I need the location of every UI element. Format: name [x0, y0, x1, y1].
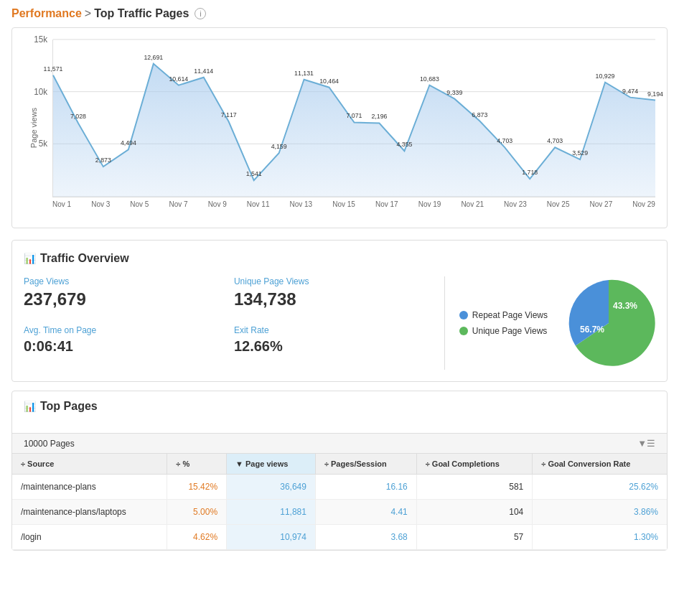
col-pct-label: ÷ % — [176, 459, 189, 468]
cell-session: 3.68 — [315, 525, 416, 550]
svg-text:15k: 15k — [34, 34, 47, 45]
chart-area: 15k 10k 5k 11,571 7,028 2,873 4,494 — [52, 39, 655, 197]
col-session-label: ÷ Pages/Session — [324, 459, 387, 468]
svg-text:2,873: 2,873 — [95, 157, 111, 164]
x-label: Nov 1 — [52, 200, 71, 208]
svg-text:9,194: 9,194 — [647, 90, 663, 98]
chart-svg: 15k 10k 5k 11,571 7,028 2,873 4,494 — [53, 39, 655, 197]
x-label: Nov 27 — [590, 200, 613, 208]
traffic-overview-section: 📊 Traffic Overview Page Views 237,679 Un… — [11, 240, 668, 382]
avg-time-value: 0:06:41 — [24, 338, 217, 355]
pie-legend: Repeat Page Views Unique Page Views — [459, 310, 548, 336]
col-source-label: ÷ Source — [21, 459, 54, 468]
svg-text:4,703: 4,703 — [547, 137, 563, 144]
x-label: Nov 19 — [418, 200, 441, 208]
x-label: Nov 5 — [130, 200, 149, 208]
pie-svg: 56.7% 43.3% — [562, 276, 655, 370]
cell-session: 16.16 — [315, 475, 416, 500]
col-views-label: ▼ Page views — [235, 459, 288, 468]
cell-rate: 3.86% — [533, 500, 667, 525]
unique-views-label: Unique Page Views — [234, 276, 427, 286]
x-label: Nov 25 — [547, 200, 570, 208]
legend-repeat-label: Repeat Page Views — [472, 310, 548, 320]
pie-chart-section: Repeat Page Views Unique Page Views — [444, 276, 655, 370]
svg-text:10,614: 10,614 — [169, 75, 188, 83]
svg-text:7,071: 7,071 — [347, 112, 362, 119]
exit-rate-value: 12.66% — [234, 338, 427, 355]
cell-source: /login — [12, 525, 167, 550]
x-label: Nov 7 — [169, 200, 187, 208]
table-row: /login 4.62% 10,974 3.68 57 1.30% — [12, 525, 667, 550]
cell-source: /maintenance-plans — [12, 475, 167, 500]
legend-dot-green — [459, 327, 468, 335]
svg-text:7,117: 7,117 — [221, 111, 237, 118]
col-rate[interactable]: ÷ Goal Conversion Rate — [533, 454, 667, 475]
col-source[interactable]: ÷ Source — [12, 454, 167, 475]
x-label: Nov 13 — [290, 200, 313, 208]
svg-text:2,196: 2,196 — [371, 113, 387, 120]
page-views-value: 237,679 — [24, 289, 217, 309]
svg-text:10,929: 10,929 — [596, 73, 615, 80]
svg-text:4,159: 4,159 — [271, 143, 287, 150]
cell-rate: 25.62% — [533, 475, 667, 500]
table-header-row: ÷ Source ÷ % ▼ Page views ÷ Pages/Sessio… — [12, 454, 667, 475]
top-pages-section: 📊 Top Pages 10000 Pages ▼☰ ÷ Source ÷ % … — [11, 391, 668, 551]
traffic-title-text: Traffic Overview — [40, 252, 129, 265]
stat-exit-rate: Exit Rate 12.66% — [234, 325, 444, 370]
svg-text:3,529: 3,529 — [572, 149, 588, 157]
traffic-icon: 📊 — [24, 253, 36, 264]
cell-pct: 5.00% — [167, 500, 227, 525]
svg-text:9,339: 9,339 — [446, 89, 462, 96]
breadcrumb: Performance > Top Traffic Pages i — [0, 0, 679, 24]
col-pct[interactable]: ÷ % — [167, 454, 227, 475]
x-label: Nov 11 — [247, 200, 270, 208]
x-label: Nov 21 — [461, 200, 484, 208]
svg-text:6,873: 6,873 — [472, 111, 487, 118]
y-axis-label: Page views — [29, 108, 38, 148]
svg-text:11,131: 11,131 — [294, 70, 314, 77]
svg-text:11,414: 11,414 — [194, 67, 213, 75]
page-views-chart: Page views 15k 10k 5k — [11, 27, 668, 228]
table-row: /maintenance-plans 15.42% 36,649 16.16 5… — [12, 475, 667, 500]
svg-text:1,541: 1,541 — [246, 170, 262, 177]
breadcrumb-performance[interactable]: Performance — [11, 7, 82, 20]
info-icon[interactable]: i — [195, 8, 206, 19]
col-completions-label: ÷ Goal Completions — [426, 459, 500, 468]
svg-text:10k: 10k — [34, 87, 47, 97]
cell-views: 36,649 — [227, 475, 316, 500]
svg-text:5k: 5k — [39, 139, 47, 149]
page-views-label: Page Views — [24, 276, 217, 286]
col-session[interactable]: ÷ Pages/Session — [315, 454, 416, 475]
svg-text:7,028: 7,028 — [70, 113, 86, 120]
legend-unique: Unique Page Views — [459, 326, 548, 336]
cell-rate: 1.30% — [533, 525, 667, 550]
legend-unique-label: Unique Page Views — [472, 326, 548, 336]
svg-text:56.7%: 56.7% — [580, 325, 604, 335]
cell-source: /maintenance-plans/laptops — [12, 500, 167, 525]
svg-text:1,718: 1,718 — [522, 169, 538, 176]
top-pages-header: 📊 Top Pages — [12, 391, 667, 433]
filter-icon[interactable]: ▼☰ — [637, 438, 655, 449]
x-label: Nov 9 — [208, 200, 227, 208]
x-label: Nov 29 — [632, 200, 655, 208]
stat-avg-time: Avg. Time on Page 0:06:41 — [24, 325, 234, 370]
col-views[interactable]: ▼ Page views — [227, 454, 316, 475]
top-pages-title: 📊 Top Pages — [24, 400, 655, 413]
cell-completions: 57 — [416, 525, 533, 550]
breadcrumb-rest: Top Traffic Pages — [94, 7, 189, 20]
col-rate-label: ÷ Goal Conversion Rate — [541, 459, 630, 468]
cell-completions: 581 — [416, 475, 533, 500]
svg-text:4,355: 4,355 — [396, 141, 412, 148]
svg-text:43.3%: 43.3% — [613, 301, 637, 311]
legend-dot-blue — [459, 311, 468, 319]
svg-text:10,464: 10,464 — [319, 78, 339, 85]
top-pages-title-text: Top Pages — [40, 400, 98, 413]
svg-text:11,571: 11,571 — [44, 65, 63, 73]
svg-text:9,474: 9,474 — [622, 88, 638, 95]
x-label: Nov 3 — [91, 200, 110, 208]
col-completions[interactable]: ÷ Goal Completions — [416, 454, 533, 475]
cell-pct: 4.62% — [167, 525, 227, 550]
stat-unique-views: Unique Page Views 134,738 — [234, 276, 444, 325]
top-pages-table: ÷ Source ÷ % ▼ Page views ÷ Pages/Sessio… — [12, 454, 667, 550]
cell-session: 4.41 — [315, 500, 416, 525]
